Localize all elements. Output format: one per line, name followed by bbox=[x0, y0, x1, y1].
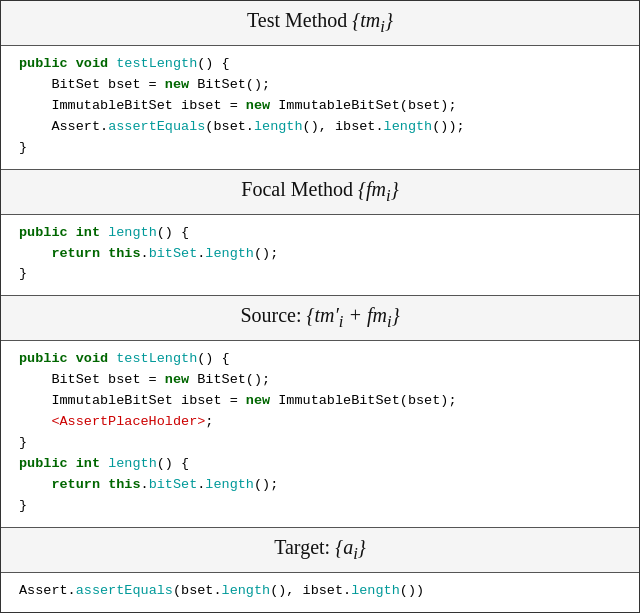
code-line: return this.bitSet.length(); bbox=[19, 244, 621, 265]
target-math: {ai} bbox=[335, 536, 366, 558]
test-method-section: Test Method {tmi} public void testLength… bbox=[1, 1, 639, 170]
target-header: Target: {ai} bbox=[1, 528, 639, 573]
code-line: } bbox=[19, 138, 621, 159]
focal-method-section: Focal Method {fmi} public int length() {… bbox=[1, 170, 639, 297]
code-line: BitSet bset = new BitSet(); bbox=[19, 370, 621, 391]
focal-method-math: {fmi} bbox=[358, 178, 399, 200]
code-line: return this.bitSet.length(); bbox=[19, 475, 621, 496]
test-method-math: {tmi} bbox=[352, 9, 393, 31]
target-section: Target: {ai} Assert.assertEquals(bset.le… bbox=[1, 528, 639, 612]
test-method-header: Test Method {tmi} bbox=[1, 1, 639, 46]
code-line: Assert.assertEquals(bset.length(), ibset… bbox=[19, 117, 621, 138]
target-code: Assert.assertEquals(bset.length(), ibset… bbox=[1, 573, 639, 612]
code-line: public int length() { bbox=[19, 223, 621, 244]
code-line: Assert.assertEquals(bset.length(), ibset… bbox=[19, 581, 621, 602]
code-line: <AssertPlaceHolder>; bbox=[19, 412, 621, 433]
code-line: public void testLength() { bbox=[19, 349, 621, 370]
test-method-code: public void testLength() { BitSet bset =… bbox=[1, 46, 639, 170]
code-line: BitSet bset = new BitSet(); bbox=[19, 75, 621, 96]
source-header: Source: {tm′i + fmi} bbox=[1, 296, 639, 341]
source-math: {tm′i + fmi} bbox=[306, 304, 399, 326]
code-line: ImmutableBitSet ibset = new ImmutableBit… bbox=[19, 96, 621, 117]
code-line: } bbox=[19, 264, 621, 285]
code-line: } bbox=[19, 496, 621, 517]
code-line: public void testLength() { bbox=[19, 54, 621, 75]
code-line: } bbox=[19, 433, 621, 454]
code-line: public int length() { bbox=[19, 454, 621, 475]
code-line: ImmutableBitSet ibset = new ImmutableBit… bbox=[19, 391, 621, 412]
focal-method-code: public int length() { return this.bitSet… bbox=[1, 215, 639, 297]
focal-method-header: Focal Method {fmi} bbox=[1, 170, 639, 215]
source-code: public void testLength() { BitSet bset =… bbox=[1, 341, 639, 527]
source-section: Source: {tm′i + fmi} public void testLen… bbox=[1, 296, 639, 527]
